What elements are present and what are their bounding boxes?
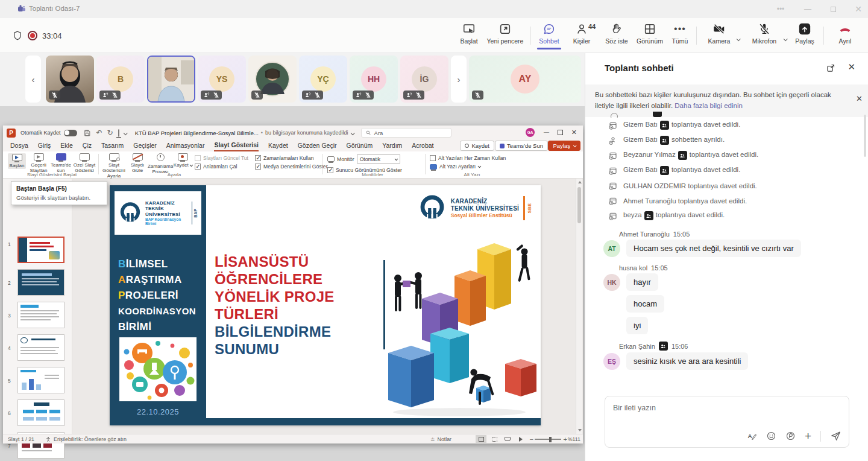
security-shield-icon[interactable]: [12, 30, 23, 41]
message-composer[interactable]: Bir ileti yazın +: [605, 396, 849, 448]
redo-icon[interactable]: ↻: [107, 129, 113, 137]
mic-options-chevron[interactable]: [784, 33, 787, 43]
microphone-button[interactable]: Mikrofon: [747, 22, 781, 45]
chat-close-icon[interactable]: ✕: [848, 62, 855, 72]
ribbon-bastan-button[interactable]: Baştan: [8, 153, 26, 169]
checkbox-medya-denetimleri[interactable]: Medya Denetimlerini Göster: [255, 164, 328, 170]
people-button[interactable]: 44 Kişiler: [567, 22, 597, 45]
scroll-up-arrow[interactable]: [578, 181, 582, 183]
zoom-level[interactable]: %111: [568, 436, 580, 442]
ppt-close-button[interactable]: ✕: [571, 129, 577, 136]
new-window-button[interactable]: Yeni pencere: [485, 22, 525, 45]
strip-scroll-left-button[interactable]: ‹: [25, 56, 41, 103]
checkbox-zamanlamalari-kullan[interactable]: Zamanlamaları Kullan: [255, 155, 328, 161]
notice-close-icon[interactable]: ✕: [856, 93, 863, 105]
menu-animasyonlar[interactable]: Animasyonlar: [166, 141, 205, 151]
scroll-down-arrow[interactable]: [578, 429, 582, 431]
search-box[interactable]: Ara: [361, 128, 451, 138]
loop-icon[interactable]: [785, 431, 796, 441]
more-actions-button[interactable]: ••• Tümü: [668, 22, 692, 45]
save-icon[interactable]: [83, 129, 91, 137]
sorter-view-button[interactable]: [489, 435, 500, 443]
send-icon[interactable]: [830, 430, 841, 442]
menu-slayt-gosterisi[interactable]: Slayt Gösterisi: [214, 140, 259, 151]
emoji-icon[interactable]: [766, 431, 776, 441]
participant-tile-video[interactable]: [46, 56, 94, 103]
participant-tile-ig[interactable]: İG: [400, 56, 448, 103]
notes-button[interactable]: ≐Notlar: [430, 436, 451, 442]
ribbon-gecerli-slayttan-button[interactable]: Geçerli Slayttan: [28, 153, 49, 173]
monitor-selector[interactable]: Monitör Otomatik: [327, 154, 402, 164]
autosave-toggle[interactable]: [64, 130, 77, 136]
strip-scroll-right-button[interactable]: ›: [451, 56, 467, 103]
monitor-dropdown[interactable]: Otomatik: [357, 154, 400, 164]
ppt-user-avatar[interactable]: GA: [526, 128, 535, 137]
slide-thumbnail-1[interactable]: [17, 237, 64, 263]
checkbox-slaytlari-guncel-tut[interactable]: Slaytları Güncel Tut: [195, 155, 248, 161]
menu-ciz[interactable]: Çiz: [83, 141, 92, 151]
participant-tile-photo[interactable]: [248, 56, 297, 103]
participant-tile-b[interactable]: B: [96, 56, 145, 103]
menu-giris[interactable]: Giriş: [38, 141, 51, 151]
leave-button[interactable]: Ayrıl: [832, 22, 858, 45]
scrollbar-thumb[interactable]: [577, 187, 581, 223]
ribbon-slaydi-gizle-button[interactable]: Slaydı Gizle: [128, 153, 146, 173]
raise-hand-button[interactable]: Söz iste: [602, 22, 632, 45]
participant-tile-hh[interactable]: HH: [350, 56, 398, 103]
plus-icon[interactable]: +: [805, 432, 811, 440]
normal-view-button[interactable]: [476, 435, 486, 443]
start-share-button[interactable]: Başlat: [455, 22, 483, 45]
ribbon-ozel-slayt-button[interactable]: Özel Slayt Gösterisi: [73, 153, 96, 173]
slide-thumbnail-5[interactable]: [17, 367, 64, 393]
slide-thumbnail-4[interactable]: [17, 334, 64, 361]
chat-message[interactable]: iyi: [626, 317, 868, 334]
slideshow-quick-icon[interactable]: [118, 130, 119, 136]
window-more-button[interactable]: •••: [769, 0, 793, 18]
chat-message[interactable]: HK hayır: [626, 273, 868, 291]
ribbon-kaydet-button[interactable]: Kaydet: [174, 153, 191, 168]
ppt-share-button[interactable]: Paylaş: [548, 141, 580, 151]
menu-gorunum[interactable]: Görünüm: [346, 141, 373, 151]
window-maximize-button[interactable]: [821, 0, 845, 18]
checkbox-alt-yazilari-kullan[interactable]: Alt Yazıları Her Zaman Kullan: [430, 155, 506, 161]
slide-thumbnail-6[interactable]: [17, 399, 64, 426]
reading-view-button[interactable]: [502, 435, 513, 443]
camera-options-chevron[interactable]: [737, 33, 740, 43]
camera-button[interactable]: Kamera: [704, 22, 734, 45]
slide-thumbnail-3[interactable]: [17, 302, 64, 328]
menu-gozden-gecir[interactable]: Gözden Geçir: [298, 141, 337, 151]
format-icon[interactable]: [747, 431, 757, 441]
slide-thumbnail-2[interactable]: [17, 269, 64, 296]
altyazi-ayarlari-button[interactable]: Alt Yazı Ayarları: [430, 164, 506, 170]
participant-tile-yc[interactable]: YÇ: [299, 56, 347, 103]
saved-location-note[interactable]: bu bilgisayar konumuna kaydedildi: [265, 130, 348, 136]
view-button[interactable]: Görünüm: [634, 22, 665, 45]
record-button[interactable]: Kaydet: [460, 141, 494, 151]
menu-ekle[interactable]: Ekle: [60, 141, 72, 151]
zoom-in-button[interactable]: +: [564, 436, 567, 443]
participant-tile-ay[interactable]: AY: [469, 56, 581, 103]
menu-yardim[interactable]: Yardım: [382, 141, 402, 151]
quickbar-chevron[interactable]: [124, 130, 127, 136]
chat-button[interactable]: Sohbet: [535, 22, 563, 45]
chat-popout-icon[interactable]: [826, 63, 836, 73]
slide-scrollbar[interactable]: [576, 179, 582, 434]
menu-tasarim[interactable]: Tasarım: [101, 141, 124, 151]
window-close-button[interactable]: ✕: [846, 0, 868, 18]
menu-kaydet[interactable]: Kaydet: [268, 141, 288, 151]
ppt-minimize-button[interactable]: —: [544, 129, 549, 135]
checkbox-anlatimlari-cal[interactable]: Anlatımları Çal: [195, 164, 248, 170]
chat-message[interactable]: EŞ sesiniz kısık ve ara ara kesintili: [626, 352, 868, 370]
slideshow-view-button[interactable]: [515, 435, 526, 443]
ribbon-teamsde-sun-button[interactable]: Teams'de sun: [51, 153, 71, 173]
title-chevron[interactable]: [351, 130, 354, 136]
chat-message-list[interactable]: Gizem Batıtoplantıya davet edildi. Gizem…: [585, 112, 868, 390]
chat-message[interactable]: AT Hocam ses çok net değil, kesintili ve…: [626, 240, 868, 257]
zoom-out-button[interactable]: −: [530, 436, 533, 443]
menu-dosya[interactable]: Dosya: [10, 141, 28, 151]
learn-more-link[interactable]: Daha fazla bilgi edinin: [675, 102, 743, 109]
participant-tile-active-speaker[interactable]: [147, 56, 195, 103]
slide-canvas[interactable]: KARADENİZ TEKNİK ÜNİVERSİTESİ BAP Koordi…: [110, 185, 541, 425]
undo-icon[interactable]: ↶: [96, 129, 102, 137]
share-button[interactable]: Paylaş: [791, 22, 819, 45]
